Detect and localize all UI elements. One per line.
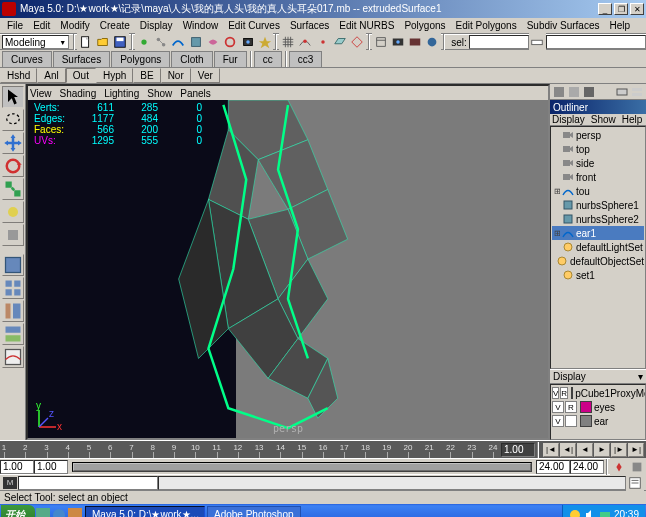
menu-display[interactable]: Display — [135, 19, 178, 32]
menu-help[interactable]: Help — [605, 19, 636, 32]
range-thumb[interactable] — [73, 463, 531, 471]
menu-edit-curves[interactable]: Edit Curves — [223, 19, 285, 32]
layer-vis-toggle[interactable]: V — [552, 387, 559, 399]
script-editor-button[interactable] — [626, 474, 644, 492]
playback-start-field[interactable] — [34, 460, 68, 474]
outliner-menu-display[interactable]: Display — [552, 114, 585, 125]
layout-tab-ver[interactable]: Ver — [191, 68, 220, 83]
menu-surfaces[interactable]: Surfaces — [285, 19, 334, 32]
snap-curve-button[interactable] — [297, 33, 314, 51]
select-tool-button[interactable] — [2, 86, 24, 108]
numeric-input-field[interactable] — [546, 35, 646, 49]
outliner-item-tou[interactable]: ⊞tou — [552, 184, 644, 198]
outliner-item-defaultObjectSet[interactable]: defaultObjectSet — [552, 254, 644, 268]
selmask-dynamic-button[interactable] — [222, 33, 239, 51]
command-input[interactable] — [18, 476, 158, 490]
hypershade-button[interactable] — [2, 323, 24, 345]
lasso-tool-button[interactable] — [2, 109, 24, 131]
layer-options-icon[interactable]: ▾ — [638, 371, 643, 382]
outliner-item-persp[interactable]: persp — [552, 128, 644, 142]
selmask-surface-button[interactable] — [187, 33, 204, 51]
menu-edit-nurbs[interactable]: Edit NURBS — [334, 19, 399, 32]
start-button[interactable]: 开始 — [1, 505, 35, 517]
layout-tab-anl[interactable]: Anl — [37, 68, 65, 83]
single-view-button[interactable] — [2, 254, 24, 276]
quick-launch-2[interactable] — [51, 507, 67, 518]
channel-btn-3[interactable] — [582, 85, 596, 99]
outliner-menu-help[interactable]: Help — [622, 114, 643, 125]
persp-outliner-button[interactable] — [2, 300, 24, 322]
ipr-render-button[interactable] — [407, 33, 424, 51]
outliner-item-nurbsSphere1[interactable]: nurbsSphere1 — [552, 198, 644, 212]
close-button[interactable]: ✕ — [630, 3, 644, 15]
vp-menu-view[interactable]: View — [30, 88, 52, 99]
layout-tab-out[interactable]: Out — [66, 68, 96, 83]
play-back-button[interactable]: ◄ — [577, 443, 593, 457]
outliner-item-nurbsSphere2[interactable]: nurbsSphere2 — [552, 212, 644, 226]
current-time-field[interactable] — [501, 443, 535, 457]
menu-create[interactable]: Create — [95, 19, 135, 32]
snap-live-button[interactable] — [349, 33, 366, 51]
render-view-button[interactable] — [389, 33, 406, 51]
anim-start-field[interactable] — [0, 460, 34, 474]
save-scene-button[interactable] — [112, 33, 129, 51]
minimize-button[interactable]: _ — [598, 3, 612, 15]
vp-menu-panels[interactable]: Panels — [180, 88, 211, 99]
new-scene-button[interactable] — [77, 33, 94, 51]
layer-ref-toggle[interactable] — [565, 415, 577, 427]
layer-tab-button[interactable] — [630, 85, 644, 99]
channel-tab-button[interactable] — [615, 85, 629, 99]
timeline-ruler[interactable]: 123456789101112131415161718192021222324 — [4, 441, 493, 458]
layer-color-swatch[interactable] — [580, 401, 592, 413]
persp-graph-button[interactable] — [2, 346, 24, 368]
play-forward-button[interactable]: ► — [594, 443, 610, 457]
outliner-tree[interactable]: persptopsidefront⊞tounurbsSphere1nurbsSp… — [550, 126, 646, 369]
step-forward-button[interactable]: |► — [611, 443, 627, 457]
snap-point-button[interactable] — [314, 33, 331, 51]
move-tool-button[interactable] — [2, 132, 24, 154]
vp-menu-shading[interactable]: Shading — [60, 88, 97, 99]
vp-menu-show[interactable]: Show — [147, 88, 172, 99]
layer-list[interactable]: VRpCube1ProxyMeshVReyesVear — [550, 384, 646, 440]
history-toggle-button[interactable] — [372, 33, 389, 51]
snap-grid-button[interactable] — [279, 33, 296, 51]
layer-vis-toggle[interactable]: V — [552, 401, 564, 413]
shelf-tab-surfaces[interactable]: Surfaces — [53, 51, 110, 67]
input-mode-button[interactable] — [529, 33, 546, 51]
menu-edit-polygons[interactable]: Edit Polygons — [451, 19, 522, 32]
outliner-menu-show[interactable]: Show — [591, 114, 616, 125]
scale-tool-button[interactable] — [2, 178, 24, 200]
selection-field[interactable] — [469, 35, 529, 49]
selmask-deformer-button[interactable] — [204, 33, 221, 51]
vp-menu-lighting[interactable]: Lighting — [104, 88, 139, 99]
shelf-tab-fur[interactable]: Fur — [214, 51, 247, 67]
open-scene-button[interactable] — [94, 33, 111, 51]
step-back-button[interactable]: ◄| — [560, 443, 576, 457]
outliner-item-defaultLightSet[interactable]: defaultLightSet — [552, 240, 644, 254]
layer-row-eyes[interactable]: VReyes — [552, 400, 644, 414]
expand-icon[interactable]: ⊞ — [554, 187, 562, 196]
manip-tool-button[interactable] — [2, 201, 24, 223]
layer-row-pCube1ProxyMesh[interactable]: VRpCube1ProxyMesh — [552, 386, 644, 400]
outliner-item-set1[interactable]: set1 — [552, 268, 644, 282]
channel-btn-1[interactable] — [552, 85, 566, 99]
render-globals-button[interactable] — [424, 33, 441, 51]
layout-tab-be[interactable]: BE — [133, 68, 160, 83]
menu-polygons[interactable]: Polygons — [399, 19, 450, 32]
selmask-joint-button[interactable] — [152, 33, 169, 51]
quick-launch-3[interactable] — [67, 507, 83, 518]
channel-btn-2[interactable] — [567, 85, 581, 99]
menu-window[interactable]: Window — [178, 19, 224, 32]
maximize-button[interactable]: ❐ — [614, 3, 628, 15]
layer-ref-toggle[interactable]: R — [560, 387, 568, 399]
selmask-render-button[interactable] — [239, 33, 256, 51]
tray-icon[interactable] — [569, 509, 581, 518]
outliner-item-side[interactable]: side — [552, 156, 644, 170]
script-lang-button[interactable]: M — [2, 476, 18, 490]
viewport-3d[interactable]: Verts:6112850 Edges:11774840 Faces:56620… — [28, 100, 548, 438]
outliner-item-top[interactable]: top — [552, 142, 644, 156]
layer-vis-toggle[interactable]: V — [552, 415, 564, 427]
shelf-tab-cloth[interactable]: Cloth — [171, 51, 212, 67]
layer-row-ear[interactable]: Vear — [552, 414, 644, 428]
clock[interactable]: 20:39 — [614, 509, 639, 517]
